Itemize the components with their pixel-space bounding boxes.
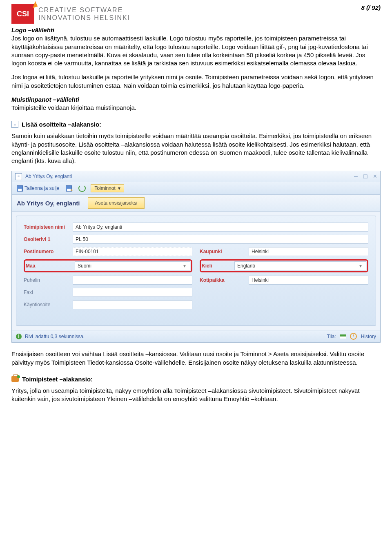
app-subtitle: Ab Yritys Oy, englanti [17, 200, 80, 207]
input-domicile[interactable]: Helsinki [249, 276, 368, 285]
subfolder-offices-p1: Yritys, jolla on useampia toimipisteitä,… [11, 387, 381, 403]
maximize-icon[interactable]: □ [363, 173, 368, 180]
subfolder-offices-title: Toimipisteet –alakansio: [22, 376, 93, 383]
actions-dropdown[interactable]: Toiminnot ▾ [91, 184, 124, 192]
status-flag-icon [340, 334, 346, 339]
label-city: Kaupunki [200, 249, 249, 254]
brand-line1: CREATIVE SOFTWARE [38, 6, 130, 14]
subfolder-addresses-title: Lisää osoitteita –alakansio: [22, 121, 101, 128]
section-logo-p2: Jos logoa ei liitä, tulostuu laskuille j… [11, 73, 381, 90]
close-icon[interactable]: × [373, 173, 377, 180]
select-lang[interactable]: Englanti ▾ [234, 261, 366, 270]
app-statusbar: i Rivi ladattu 0,3 sekunnissa. Tila: His… [12, 330, 380, 342]
after-screenshot-p1: Ensisijaisen osoitteen voi vaihtaa Lisää… [11, 350, 381, 367]
window-icon: ≡ [15, 173, 22, 180]
select-country-value: Suomi [78, 263, 91, 269]
input-zip[interactable]: FIN-00101 [73, 247, 192, 256]
app-toolbar: Tallenna ja sulje Toiminnot ▾ [12, 182, 380, 195]
input-fax[interactable] [73, 288, 192, 297]
label-zip: Postinumero [24, 249, 73, 254]
brand-text: CREATIVE SOFTWARE INNOVATIONS HELSINKI [38, 6, 130, 22]
window-title: Ab Yritys Oy, englanti [25, 174, 72, 179]
status-tila-label: Tila: [327, 334, 336, 339]
save-new-icon [66, 185, 72, 192]
label-domicile: Kotipaikka [200, 277, 249, 283]
input-city[interactable]: Helsinki [249, 247, 368, 256]
app-body: Toimipisteen nimi Ab Yritys Oy, englanti… [12, 212, 380, 330]
input-addr1[interactable]: PL 50 [73, 235, 368, 244]
form-panel: Toimipisteen nimi Ab Yritys Oy, englanti… [16, 216, 376, 326]
set-primary-button[interactable]: Aseta ensisijaiseksi [88, 197, 144, 209]
page-header: CSI CREATIVE SOFTWARE INNOVATIONS HELSIN… [11, 4, 381, 24]
status-message: Rivi ladattu 0,3 sekunnissa. [25, 334, 85, 339]
section-logo: Logo –välilehti Jos logo on lisättynä, t… [11, 26, 381, 67]
save-close-label: Tallenna ja sulje [24, 185, 59, 191]
label-visit: Käyntiosoite [24, 302, 73, 307]
section-notes: Muistiinpanot –välilehti Toimipisteille … [11, 96, 381, 112]
label-fax: Faxi [24, 290, 73, 295]
section-logo-p1: Jos logo on lisättynä, tulostuu se autom… [11, 35, 368, 67]
section-notes-p1: Toimipisteille voidaan kirjoittaa muisti… [11, 104, 136, 111]
page-number: 8 (/ 92) [361, 4, 381, 11]
app-titlebar: ≡ Ab Yritys Oy, englanti – □ × [12, 171, 380, 182]
info-icon: i [16, 334, 22, 339]
subfolder-addresses-heading: ≡ Lisää osoitteita –alakansio: [11, 121, 381, 128]
input-visit[interactable] [73, 300, 192, 309]
section-notes-title: Muistiinpanot –välilehti [11, 96, 79, 103]
csi-badge-icon: CSI [11, 4, 34, 24]
chevron-down-icon: ▾ [118, 185, 120, 191]
label-addr1: Osoiterivi 1 [24, 236, 73, 242]
save-close-button[interactable]: Tallenna ja sulje [15, 185, 61, 192]
subfolder-offices-heading: Toimipisteet –alakansio: [11, 376, 381, 383]
subfolder-addresses-p1: Samoin kuin asiakkaan tietoihin myös toi… [11, 132, 381, 165]
label-lang: Kieli [202, 263, 234, 269]
chevron-down-icon: ▾ [182, 263, 187, 269]
brand-line2: INNOVATIONS HELSINKI [38, 14, 130, 22]
label-name: Toimipisteen nimi [24, 224, 73, 230]
refresh-icon [78, 185, 86, 192]
history-label[interactable]: History [361, 334, 376, 339]
label-country: Maa [26, 263, 75, 269]
app-subbar: Ab Yritys Oy, englanti Aseta ensisijaise… [12, 195, 380, 212]
briefcase-icon [11, 376, 19, 382]
refresh-button[interactable] [77, 184, 87, 193]
list-icon: ≡ [11, 121, 18, 128]
section-logo-title: Logo –välilehti [11, 27, 54, 33]
select-lang-value: Englanti [237, 263, 255, 269]
input-name[interactable]: Ab Yritys Oy, englanti [73, 223, 368, 232]
minimize-icon[interactable]: – [354, 173, 358, 180]
save-icon [17, 185, 23, 192]
actions-label: Toiminnot [94, 185, 115, 191]
chevron-down-icon: ▾ [358, 263, 363, 269]
label-phone: Puhelin [24, 277, 73, 283]
brand-logo: CSI CREATIVE SOFTWARE INNOVATIONS HELSIN… [11, 4, 130, 24]
app-window: ≡ Ab Yritys Oy, englanti – □ × Tallenna … [11, 171, 381, 343]
select-country[interactable]: Suomi ▾ [75, 261, 190, 270]
history-icon[interactable] [350, 333, 357, 340]
input-phone[interactable] [73, 276, 192, 285]
save-new-button[interactable] [64, 185, 74, 192]
